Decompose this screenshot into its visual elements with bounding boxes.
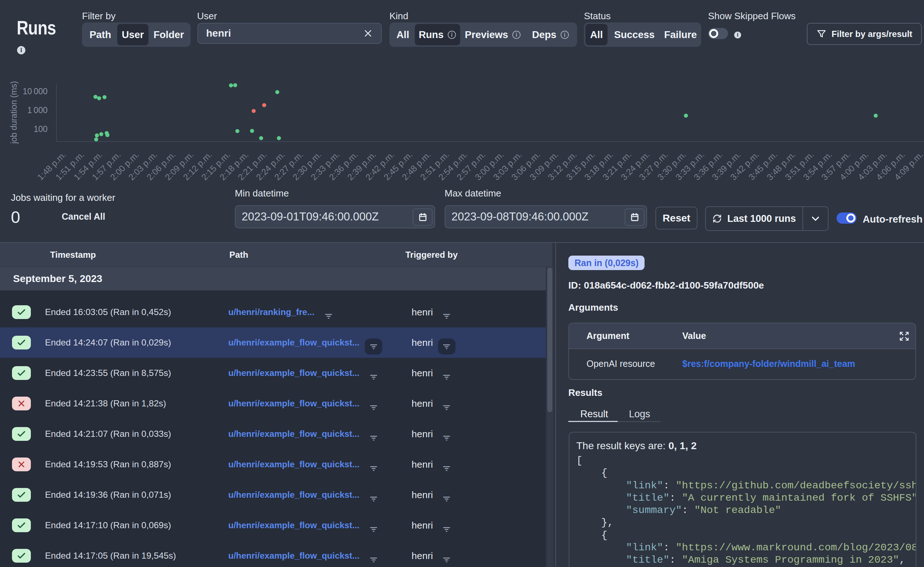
- svg-text:100: 100: [34, 124, 48, 134]
- svg-text:10 000: 10 000: [23, 87, 48, 96]
- svg-text:job duration (ms): job duration (ms): [9, 81, 18, 144]
- svg-text:1 000: 1 000: [27, 105, 48, 115]
